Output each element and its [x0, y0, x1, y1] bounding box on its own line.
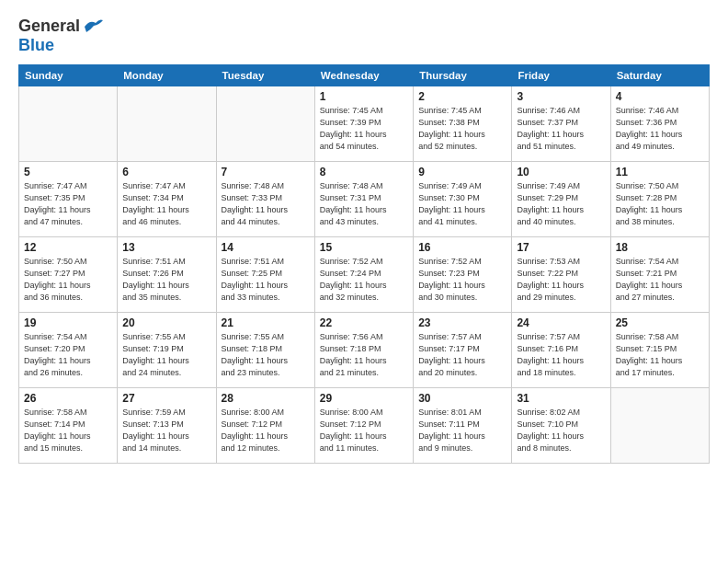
day-info: Sunrise: 7:46 AM Sunset: 7:36 PM Dayligh… — [616, 105, 704, 153]
page-header: General Blue — [18, 17, 710, 55]
day-info: Sunrise: 7:45 AM Sunset: 7:39 PM Dayligh… — [320, 105, 408, 153]
logo-bird-icon — [83, 17, 103, 34]
weekday-header-wednesday: Wednesday — [314, 65, 413, 86]
calendar-cell: 5Sunrise: 7:47 AM Sunset: 7:35 PM Daylig… — [19, 162, 118, 237]
day-number: 7 — [222, 166, 310, 178]
calendar-cell: 24Sunrise: 7:57 AM Sunset: 7:16 PM Dayli… — [512, 313, 610, 388]
day-number: 3 — [517, 90, 605, 103]
calendar-cell: 6Sunrise: 7:47 AM Sunset: 7:34 PM Daylig… — [118, 162, 216, 237]
calendar-cell: 14Sunrise: 7:51 AM Sunset: 7:25 PM Dayli… — [216, 237, 314, 313]
day-info: Sunrise: 7:47 AM Sunset: 7:35 PM Dayligh… — [24, 180, 112, 228]
day-number: 1 — [320, 90, 408, 103]
day-info: Sunrise: 7:59 AM Sunset: 7:13 PM Dayligh… — [122, 407, 210, 454]
calendar-cell: 27Sunrise: 7:59 AM Sunset: 7:13 PM Dayli… — [118, 388, 216, 464]
day-number: 15 — [320, 241, 408, 254]
calendar-cell: 21Sunrise: 7:55 AM Sunset: 7:18 PM Dayli… — [216, 313, 314, 388]
calendar-cell: 2Sunrise: 7:45 AM Sunset: 7:38 PM Daylig… — [414, 86, 512, 162]
calendar-cell: 28Sunrise: 8:00 AM Sunset: 7:12 PM Dayli… — [216, 388, 314, 464]
day-number: 10 — [517, 166, 605, 178]
calendar-cell: 11Sunrise: 7:50 AM Sunset: 7:28 PM Dayli… — [610, 162, 709, 237]
calendar-week-5: 26Sunrise: 7:58 AM Sunset: 7:14 PM Dayli… — [19, 388, 710, 464]
day-info: Sunrise: 7:49 AM Sunset: 7:30 PM Dayligh… — [418, 180, 506, 228]
calendar-cell: 17Sunrise: 7:53 AM Sunset: 7:22 PM Dayli… — [512, 237, 610, 313]
day-number: 9 — [418, 166, 506, 178]
day-number: 4 — [616, 90, 704, 103]
day-number: 16 — [418, 241, 506, 254]
calendar-week-4: 19Sunrise: 7:54 AM Sunset: 7:20 PM Dayli… — [19, 313, 710, 388]
day-info: Sunrise: 8:01 AM Sunset: 7:11 PM Dayligh… — [418, 407, 506, 454]
day-info: Sunrise: 7:50 AM Sunset: 7:27 PM Dayligh… — [24, 256, 112, 304]
day-number: 18 — [616, 241, 704, 254]
day-info: Sunrise: 7:55 AM Sunset: 7:18 PM Dayligh… — [222, 331, 310, 379]
day-number: 11 — [616, 166, 704, 178]
day-info: Sunrise: 7:51 AM Sunset: 7:25 PM Dayligh… — [222, 256, 310, 304]
day-number: 17 — [517, 241, 605, 254]
day-info: Sunrise: 7:54 AM Sunset: 7:20 PM Dayligh… — [24, 331, 112, 379]
weekday-header-saturday: Saturday — [610, 65, 709, 86]
calendar-cell — [610, 388, 709, 464]
calendar-cell: 23Sunrise: 7:57 AM Sunset: 7:17 PM Dayli… — [414, 313, 512, 388]
calendar-cell: 31Sunrise: 8:02 AM Sunset: 7:10 PM Dayli… — [512, 388, 610, 464]
calendar-cell — [216, 86, 314, 162]
calendar-cell: 7Sunrise: 7:48 AM Sunset: 7:33 PM Daylig… — [216, 162, 314, 237]
calendar-cell: 29Sunrise: 8:00 AM Sunset: 7:12 PM Dayli… — [314, 388, 413, 464]
day-number: 5 — [24, 166, 112, 178]
day-number: 22 — [320, 316, 408, 329]
calendar-cell: 22Sunrise: 7:56 AM Sunset: 7:18 PM Dayli… — [314, 313, 413, 388]
day-info: Sunrise: 8:00 AM Sunset: 7:12 PM Dayligh… — [222, 407, 310, 454]
calendar-cell: 15Sunrise: 7:52 AM Sunset: 7:24 PM Dayli… — [314, 237, 413, 313]
logo-general-text: General — [18, 17, 80, 36]
weekday-header-friday: Friday — [512, 65, 610, 86]
calendar-cell: 10Sunrise: 7:49 AM Sunset: 7:29 PM Dayli… — [512, 162, 610, 237]
day-info: Sunrise: 7:48 AM Sunset: 7:33 PM Dayligh… — [222, 180, 310, 228]
day-number: 23 — [418, 316, 506, 329]
day-info: Sunrise: 7:49 AM Sunset: 7:29 PM Dayligh… — [517, 180, 605, 228]
day-number: 2 — [418, 90, 506, 103]
day-number: 20 — [122, 316, 210, 329]
logo-blue-text: Blue — [18, 36, 54, 54]
day-info: Sunrise: 7:53 AM Sunset: 7:22 PM Dayligh… — [517, 256, 605, 304]
calendar-week-1: 1Sunrise: 7:45 AM Sunset: 7:39 PM Daylig… — [19, 86, 710, 162]
day-number: 24 — [517, 316, 605, 329]
calendar-cell: 18Sunrise: 7:54 AM Sunset: 7:21 PM Dayli… — [610, 237, 709, 313]
day-info: Sunrise: 7:50 AM Sunset: 7:28 PM Dayligh… — [616, 180, 704, 228]
calendar-cell: 19Sunrise: 7:54 AM Sunset: 7:20 PM Dayli… — [19, 313, 118, 388]
day-info: Sunrise: 7:48 AM Sunset: 7:31 PM Dayligh… — [320, 180, 408, 228]
calendar-cell: 8Sunrise: 7:48 AM Sunset: 7:31 PM Daylig… — [314, 162, 413, 237]
day-number: 27 — [122, 392, 210, 405]
calendar-cell: 1Sunrise: 7:45 AM Sunset: 7:39 PM Daylig… — [314, 86, 413, 162]
day-info: Sunrise: 7:55 AM Sunset: 7:19 PM Dayligh… — [122, 331, 210, 379]
day-info: Sunrise: 7:46 AM Sunset: 7:37 PM Dayligh… — [517, 105, 605, 153]
calendar-cell — [19, 86, 118, 162]
weekday-header-thursday: Thursday — [414, 65, 512, 86]
day-number: 19 — [24, 316, 112, 329]
calendar-cell: 30Sunrise: 8:01 AM Sunset: 7:11 PM Dayli… — [414, 388, 512, 464]
day-info: Sunrise: 7:45 AM Sunset: 7:38 PM Dayligh… — [418, 105, 506, 153]
day-info: Sunrise: 7:56 AM Sunset: 7:18 PM Dayligh… — [320, 331, 408, 379]
day-number: 25 — [616, 316, 704, 329]
day-number: 29 — [320, 392, 408, 405]
day-info: Sunrise: 7:57 AM Sunset: 7:17 PM Dayligh… — [418, 331, 506, 379]
weekday-header-tuesday: Tuesday — [216, 65, 314, 86]
calendar-cell: 25Sunrise: 7:58 AM Sunset: 7:15 PM Dayli… — [610, 313, 709, 388]
calendar-cell: 12Sunrise: 7:50 AM Sunset: 7:27 PM Dayli… — [19, 237, 118, 313]
day-info: Sunrise: 8:02 AM Sunset: 7:10 PM Dayligh… — [517, 407, 605, 454]
day-info: Sunrise: 7:52 AM Sunset: 7:24 PM Dayligh… — [320, 256, 408, 304]
calendar-cell: 4Sunrise: 7:46 AM Sunset: 7:36 PM Daylig… — [610, 86, 709, 162]
day-info: Sunrise: 7:58 AM Sunset: 7:15 PM Dayligh… — [616, 331, 704, 379]
day-info: Sunrise: 7:51 AM Sunset: 7:26 PM Dayligh… — [122, 256, 210, 304]
day-number: 12 — [24, 241, 112, 254]
day-info: Sunrise: 7:54 AM Sunset: 7:21 PM Dayligh… — [616, 256, 704, 304]
calendar-cell — [118, 86, 216, 162]
calendar-week-2: 5Sunrise: 7:47 AM Sunset: 7:35 PM Daylig… — [19, 162, 710, 237]
calendar-cell: 9Sunrise: 7:49 AM Sunset: 7:30 PM Daylig… — [414, 162, 512, 237]
day-number: 13 — [122, 241, 210, 254]
day-info: Sunrise: 8:00 AM Sunset: 7:12 PM Dayligh… — [320, 407, 408, 454]
day-number: 14 — [222, 241, 310, 254]
day-info: Sunrise: 7:58 AM Sunset: 7:14 PM Dayligh… — [24, 407, 112, 454]
day-number: 28 — [222, 392, 310, 405]
day-number: 21 — [222, 316, 310, 329]
calendar-header-row: SundayMondayTuesdayWednesdayThursdayFrid… — [19, 65, 710, 86]
calendar-cell: 26Sunrise: 7:58 AM Sunset: 7:14 PM Dayli… — [19, 388, 118, 464]
day-info: Sunrise: 7:57 AM Sunset: 7:16 PM Dayligh… — [517, 331, 605, 379]
